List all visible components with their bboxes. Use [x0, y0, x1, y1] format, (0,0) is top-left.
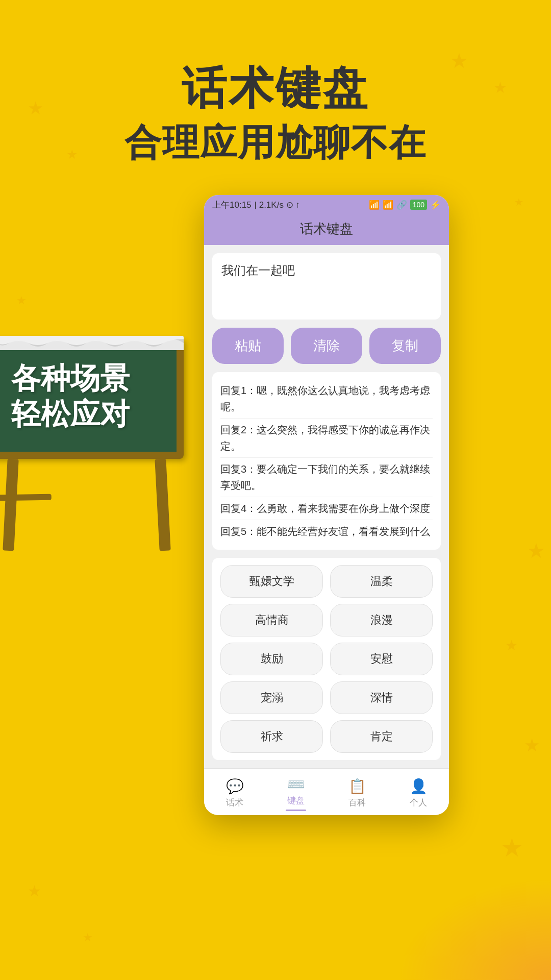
battery-indicator: 100: [410, 200, 427, 210]
category-btn-shenshen[interactable]: 深情: [330, 681, 433, 714]
reply-item-1[interactable]: 回复1：嗯，既然你这么认真地说，我考虑考虑呢。: [220, 379, 433, 419]
nav-item-baike[interactable]: 📋 百科: [327, 778, 388, 808]
paste-button[interactable]: 粘贴: [212, 328, 284, 364]
bottom-arc-decoration: [398, 878, 551, 980]
text-input-area[interactable]: 我们在一起吧: [212, 253, 441, 320]
status-time: 上午10:15: [212, 199, 252, 211]
leg-cross: [0, 494, 52, 502]
chalkboard-board: 各种场景 轻松应对: [0, 338, 184, 459]
nav-icon-huashu: 💬: [226, 778, 244, 795]
category-row-1: 甄嬛文学 温柔: [220, 565, 433, 598]
status-right: 📶 📶 🔗 100 ⚡: [369, 200, 441, 210]
status-left: 上午10:15 | 2.1K/s ⊙ ↑: [212, 199, 300, 211]
leg-right: [155, 459, 170, 551]
nav-icon-baike: 📋: [348, 778, 366, 795]
phone-mockup: 上午10:15 | 2.1K/s ⊙ ↑ 📶 📶 🔗 100 ⚡ 话术键盘 我们…: [204, 195, 449, 815]
category-btn-guli[interactable]: 鼓励: [220, 643, 323, 675]
wifi-icon: 📶: [383, 200, 393, 210]
app-header: 话术键盘: [204, 215, 449, 245]
nav-label-baike: 百科: [348, 797, 366, 808]
nav-label-huashu: 话术: [226, 797, 243, 808]
text-content: 我们在一起吧: [221, 263, 295, 277]
clear-button[interactable]: 清除: [291, 328, 362, 364]
chalkboard-legs: [0, 459, 184, 551]
bottom-nav: 💬 话术 ⌨️ 键盘 📋 百科 👤 个人: [204, 768, 449, 815]
category-btn-huanzhuan[interactable]: 甄嬛文学: [220, 565, 323, 598]
copy-button[interactable]: 复制: [369, 328, 441, 364]
chalk-line1: 各种场景: [11, 360, 162, 396]
leg-left: [3, 459, 18, 551]
chalk-line2: 轻松应对: [11, 396, 162, 432]
nav-item-jianpan[interactable]: ⌨️ 键盘: [265, 776, 327, 811]
category-btn-anwei[interactable]: 安慰: [330, 643, 433, 675]
category-row-5: 祈求 肯定: [220, 720, 433, 753]
status-speed: | 2.1K/s ⊙ ↑: [255, 200, 300, 210]
nav-label-geren: 个人: [410, 797, 427, 808]
reply-item-5[interactable]: 回复5：能不能先经营好友谊，看看发展到什么: [220, 520, 433, 543]
category-row-4: 宠溺 深情: [220, 681, 433, 714]
category-btn-langman[interactable]: 浪漫: [330, 604, 433, 636]
hero-section: 话术键盘 合理应用尬聊不在: [0, 0, 551, 195]
nav-icon-jianpan: ⌨️: [287, 776, 305, 793]
category-btn-chongnì[interactable]: 宠溺: [220, 681, 323, 714]
hero-title-1: 话术键盘: [0, 61, 551, 115]
category-grid: 甄嬛文学 温柔 高情商 浪漫 鼓励 安慰 宠溺 深情 祈求 肯定: [212, 558, 441, 760]
category-row-2: 高情商 浪漫: [220, 604, 433, 636]
category-btn-wenrou[interactable]: 温柔: [330, 565, 433, 598]
nav-item-huashu[interactable]: 💬 话术: [204, 778, 265, 808]
category-btn-gaoqingshang[interactable]: 高情商: [220, 604, 323, 636]
category-btn-qiqiu[interactable]: 祈求: [220, 720, 323, 753]
nav-active-indicator: [286, 810, 306, 811]
hero-title-2: 合理应用尬聊不在: [0, 120, 551, 164]
nav-icon-geren: 👤: [410, 778, 428, 795]
chalkboard: 各种场景 轻松应对: [0, 338, 184, 551]
reply-list: 回复1：嗯，既然你这么认真地说，我考虑考虑呢。 回复2：这么突然，我得感受下你的…: [212, 372, 441, 550]
category-row-3: 鼓励 安慰: [220, 643, 433, 675]
nav-item-geren[interactable]: 👤 个人: [388, 778, 449, 808]
action-buttons: 粘贴 清除 复制: [212, 328, 441, 364]
status-bar: 上午10:15 | 2.1K/s ⊙ ↑ 📶 📶 🔗 100 ⚡: [204, 195, 449, 215]
signal-icon: 📶: [369, 200, 380, 210]
category-btn-kending[interactable]: 肯定: [330, 720, 433, 753]
nav-label-jianpan: 键盘: [287, 795, 305, 806]
reply-item-4[interactable]: 回复4：么勇敢，看来我需要在你身上做个深度: [220, 497, 433, 520]
app-content: 我们在一起吧 粘贴 清除 复制 回复1：嗯，既然你这么认真地说，我考虑考虑呢。 …: [204, 245, 449, 768]
reply-item-2[interactable]: 回复2：这么突然，我得感受下你的诚意再作决定。: [220, 419, 433, 458]
main-content-area: 各种场景 轻松应对 上午10:15 | 2.1K/s ⊙ ↑ 📶 📶 🔗 100…: [0, 195, 551, 856]
reply-item-3[interactable]: 回复3：要么确定一下我们的关系，要么就继续享受吧。: [220, 458, 433, 497]
wifi2-icon: 🔗: [396, 200, 407, 210]
battery-bolt: ⚡: [430, 200, 441, 210]
